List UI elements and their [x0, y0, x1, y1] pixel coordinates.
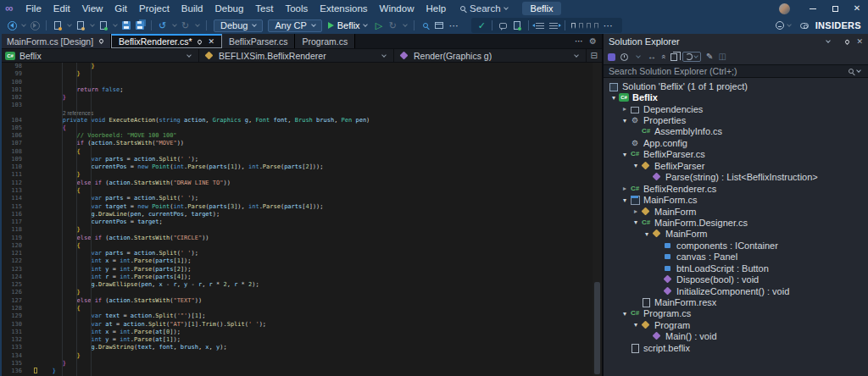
show-all-files-icon[interactable]	[670, 53, 677, 61]
scrollbar-thumb[interactable]	[594, 282, 600, 374]
line-number[interactable]: 123	[0, 266, 34, 274]
line-number[interactable]: 135	[0, 360, 34, 368]
tab-program-cs[interactable]: Program.cs	[295, 34, 355, 48]
undo-button[interactable]: ↺	[157, 18, 169, 33]
pin-icon[interactable]	[844, 38, 850, 44]
line-number[interactable]: 136	[0, 368, 34, 375]
line-number[interactable]: 125	[0, 281, 34, 289]
solution-configuration-select[interactable]: Debug	[214, 19, 263, 32]
line-number[interactable]: 120	[0, 242, 34, 250]
preview-icon[interactable]: ◫	[718, 49, 726, 64]
expander-icon[interactable]: ▾	[609, 94, 619, 102]
expander-icon[interactable]: ▾	[620, 151, 630, 158]
line-number[interactable]: 116	[0, 211, 34, 218]
line-number[interactable]: 127	[0, 297, 34, 305]
line-number[interactable]: 111	[0, 171, 34, 179]
menu-project[interactable]: Project	[133, 0, 175, 17]
menu-tools[interactable]: Tools	[279, 0, 314, 17]
menu-edit[interactable]: Edit	[47, 0, 76, 17]
line-number[interactable]: 114	[0, 195, 34, 202]
line-number[interactable]: 122	[0, 257, 34, 265]
close-panel-icon[interactable]: ✕	[856, 37, 863, 46]
tree-item-mainform-resx[interactable]: MainForm.resx	[604, 296, 868, 307]
tree-item-program-cs[interactable]: ▾C#Program.cs	[604, 308, 868, 319]
tree-item-beflixparser[interactable]: ▾BeflixParser	[604, 160, 868, 171]
line-number[interactable]: 100	[0, 79, 34, 86]
menu-git[interactable]: Git	[108, 0, 133, 17]
line-number[interactable]: 119	[0, 235, 34, 242]
chevron-down-icon[interactable]	[636, 53, 641, 58]
breadcrumb-project-dropdown[interactable]: C# Beflix	[0, 49, 199, 62]
menu-file[interactable]: File	[19, 0, 47, 17]
breadcrumb-member-dropdown[interactable]: Render(Graphics g)	[394, 49, 587, 62]
comment-button[interactable]	[498, 18, 509, 33]
menu-debug[interactable]: Debug	[209, 0, 249, 17]
tree-item-mainform[interactable]: ▾MainForm	[604, 229, 868, 240]
chevron-down-icon[interactable]	[787, 22, 792, 27]
line-number[interactable]: 102	[0, 94, 34, 102]
expander-icon[interactable]: ▾	[631, 218, 641, 226]
line-number[interactable]: 107	[0, 140, 34, 147]
tree-item-beflixparser-cs[interactable]: ▾C#BeflixParser.cs	[604, 149, 868, 160]
tree-item-beflix[interactable]: ▾C#Beflix	[604, 91, 868, 102]
minimize-button[interactable]	[802, 0, 824, 17]
edit-icon[interactable]: ✎	[706, 49, 713, 64]
navigate-back-button[interactable]	[6, 18, 18, 33]
line-number[interactable]: 128	[0, 305, 34, 312]
tree-item-properties[interactable]: ▾⚙Properties	[604, 114, 868, 125]
menu-window[interactable]: Window	[374, 0, 420, 17]
indent-decrease-button[interactable]	[534, 18, 546, 33]
tab-mainform-cs-design[interactable]: MainForm.cs [Design]	[0, 34, 111, 48]
maximize-button[interactable]	[824, 0, 846, 17]
solution-platform-select[interactable]: Any CP	[268, 19, 321, 32]
add-item-button[interactable]	[97, 18, 109, 33]
expander-icon[interactable]: ▾	[620, 196, 630, 204]
start-without-debugging-button[interactable]: ▷	[374, 18, 386, 33]
tree-item-script-beflix[interactable]: script.beflix	[604, 342, 868, 353]
expander-icon[interactable]: ▾	[620, 310, 630, 318]
search-button[interactable]: Search	[460, 3, 509, 14]
code-editor[interactable]: 98 }99 }100101 return false;102 }1032 re…	[0, 63, 602, 376]
tree-item-mainform-cs[interactable]: ▾MainForm.cs	[604, 194, 868, 205]
tab-beflixrenderer-cs[interactable]: BeflixRenderer.cs*✕	[111, 34, 222, 48]
close-tab-icon[interactable]: ✕	[208, 37, 214, 46]
tab-beflixparser-cs[interactable]: BeflixParser.cs	[222, 34, 295, 48]
line-number[interactable]: 124	[0, 274, 34, 281]
menu-extensions[interactable]: Extensions	[314, 0, 373, 17]
find-in-files-button[interactable]	[420, 18, 431, 33]
menu-help[interactable]: Help	[420, 0, 452, 17]
collapse-all-icon[interactable]: «	[659, 54, 668, 58]
line-number[interactable]: 104	[0, 117, 34, 124]
hot-reload-button[interactable]: ↻	[387, 18, 399, 33]
line-number[interactable]: 133	[0, 344, 34, 351]
navigate-back-dropdown-icon[interactable]	[21, 22, 26, 27]
expander-icon[interactable]: ▸	[631, 207, 641, 215]
toolbar-overflow-icon[interactable]: ⋯	[600, 18, 617, 33]
line-number[interactable]: 106	[0, 132, 34, 140]
tree-item-assemblyinfo-cs[interactable]: C#AssemblyInfo.cs	[604, 126, 868, 137]
line-number[interactable]: 99	[0, 70, 34, 78]
toggle-bookmark-icon[interactable]	[571, 23, 576, 29]
line-number[interactable]: 132	[0, 336, 34, 344]
expander-icon[interactable]: ▾	[631, 162, 641, 169]
account-avatar[interactable]	[779, 3, 790, 14]
save-button[interactable]	[120, 18, 132, 33]
split-editor-button[interactable]: ⊟	[591, 51, 602, 60]
line-number[interactable]: 113	[0, 187, 34, 195]
line-number[interactable]: 112	[0, 180, 34, 187]
start-debugging-button[interactable]: Beflix	[328, 20, 370, 30]
tree-item-program[interactable]: ▾Program	[604, 319, 868, 330]
navigate-forward-button[interactable]	[29, 18, 41, 33]
tree-item-canvas-panel[interactable]: canvas : Panel	[604, 252, 868, 263]
tab-overflow-icon[interactable]: ⋯	[571, 34, 587, 49]
next-bookmark-icon[interactable]	[587, 23, 591, 29]
line-number[interactable]: 131	[0, 329, 34, 336]
tree-item-mainform-designer-cs[interactable]: ▾C#MainForm.Designer.cs	[604, 217, 868, 228]
line-number[interactable]: 109	[0, 156, 34, 163]
switch-views-icon[interactable]	[608, 53, 615, 61]
tree-item-dispose-bool-void[interactable]: Dispose(bool) : void	[604, 274, 868, 285]
line-number[interactable]: 105	[0, 124, 34, 132]
line-number[interactable]: 108	[0, 148, 34, 156]
tree-item-components-icontainer[interactable]: components : IContainer	[604, 240, 868, 251]
tree-item-solution-beflix-1-of-1-project[interactable]: Solution 'Beflix' (1 of 1 project)	[604, 80, 868, 91]
